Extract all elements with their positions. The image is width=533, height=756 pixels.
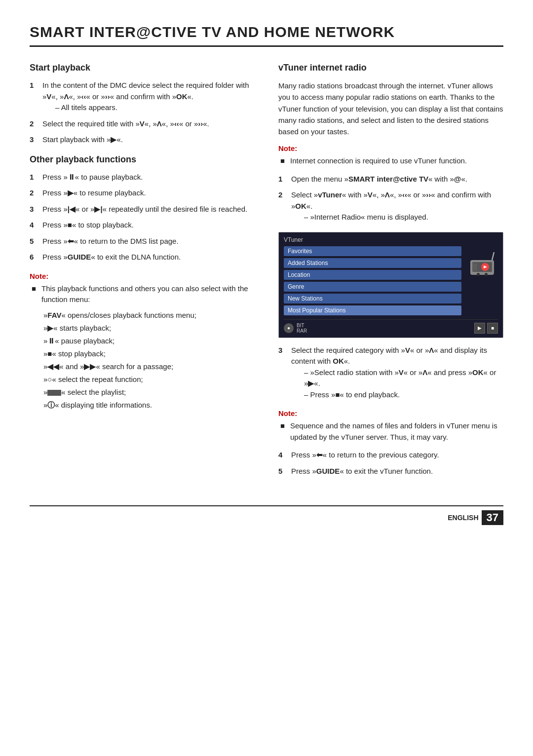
- note-title: Note:: [278, 409, 503, 417]
- bullet-list: »FAV« opens/closes playback functions me…: [43, 309, 255, 411]
- vtuner-steps2-list: 3 Select the required category with »V« …: [278, 345, 503, 401]
- vtuner-menu: Favorites Added Stations Location Genre …: [284, 246, 461, 315]
- step-number: 1: [278, 174, 286, 185]
- list-item: 1 In the content of the DMC device selec…: [30, 80, 255, 113]
- step-number: 1: [30, 80, 38, 91]
- list-item: 5 Press »⬅« to return to the DMS list pa…: [30, 236, 255, 247]
- note-section: Note: ■ This playback functions and othe…: [30, 272, 255, 411]
- list-item: 3 Start playback with »▶«.: [30, 134, 255, 146]
- note-text: This playback functions and others you c…: [41, 283, 255, 305]
- step-number: 3: [30, 134, 38, 146]
- svg-point-9: [485, 273, 488, 276]
- vtuner-radio-icon: [466, 250, 498, 278]
- vtuner-menu-item: Added Stations: [284, 258, 461, 268]
- page-title: SMART INTER@CTIVE TV AND HOME NETWORK: [30, 24, 503, 47]
- step-content: Start playback with »▶«.: [42, 134, 255, 146]
- note-item: ■ Sequence and the names of files and fo…: [280, 420, 503, 443]
- step-number: 2: [30, 188, 38, 199]
- vtuner-intro: Many radio stations broadcast through th…: [278, 80, 503, 137]
- vtuner-menu-item-selected: Most Popular Stations: [284, 305, 461, 315]
- step-number: 3: [278, 345, 286, 356]
- step-number: 4: [278, 450, 286, 461]
- page-footer: ENGLISH 37: [30, 505, 503, 525]
- list-item: 3 Select the required category with »V« …: [278, 345, 503, 401]
- step-content: In the content of the DMC device select …: [42, 80, 255, 113]
- note-title: Note:: [278, 144, 503, 152]
- step-number: 1: [30, 172, 38, 183]
- vtuner-screenshot: VTuner Favorites Added Stations Location…: [278, 232, 503, 338]
- vtuner-footer: ● BITRAR ▶ ■: [284, 319, 498, 334]
- note-bullet-icon: ■: [32, 283, 38, 305]
- step-content: Press »⏸« to pause playback.: [42, 172, 255, 183]
- step-number: 4: [30, 220, 38, 231]
- section-start-playback-title: Start playback: [30, 63, 255, 73]
- list-item: 3 Press »|◀« or »▶|« repeatedly until th…: [30, 204, 255, 215]
- list-item: »ⓘ« displaying title informations.: [43, 399, 255, 411]
- list-item: »⏸« pause playback;: [43, 335, 255, 347]
- note-item: ■ This playback functions and others you…: [32, 283, 255, 305]
- vtuner-menu-item: Location: [284, 270, 461, 280]
- step-content: Press »■« to stop playback.: [42, 220, 255, 231]
- page-number: 37: [482, 510, 503, 525]
- note-bullet-icon: ■: [280, 420, 287, 443]
- list-item: »■« stop playback;: [43, 348, 255, 360]
- section-other-playback-title: Other playback functions: [30, 154, 255, 165]
- footer-circle-icon: ●: [284, 323, 294, 333]
- step-content: Press »|◀« or »▶|« repeatedly until the …: [42, 204, 255, 215]
- list-item: 6 Press »GUIDE« to exit the DLNA functio…: [30, 252, 255, 263]
- page-language: ENGLISH: [448, 514, 478, 522]
- stop-btn: ■: [487, 323, 498, 334]
- note-text: Internet connection is required to use v…: [290, 155, 467, 167]
- step-number: 5: [30, 236, 38, 247]
- note-bullet-icon: ■: [280, 155, 287, 167]
- step-number: 2: [30, 118, 38, 130]
- start-playback-list: 1 In the content of the DMC device selec…: [30, 80, 255, 146]
- vtuner-menu-item: Genre: [284, 282, 461, 292]
- vtuner-note-section: Note: ■ Internet connection is required …: [278, 144, 503, 167]
- list-item: 1 Press »⏸« to pause playback.: [30, 172, 255, 183]
- list-item: 4 Press »■« to stop playback.: [30, 220, 255, 231]
- list-item: 1 Open the menu »SMART inter@ctive TV« w…: [278, 174, 503, 185]
- play-btn: ▶: [474, 323, 485, 334]
- step-content: Select »vTuner« with »V«, »Λ«, »‹‹« or »…: [291, 189, 503, 223]
- list-item: »◀◀« and »▶▶« search for a passage;: [43, 361, 255, 373]
- vtuner-footer-buttons: ▶ ■: [474, 323, 498, 334]
- list-item: »▶« starts playback;: [43, 322, 255, 334]
- step-number: 6: [30, 252, 38, 263]
- step-content: Select the required category with »V« or…: [291, 345, 503, 401]
- step-content: Open the menu »SMART inter@ctive TV« wit…: [291, 174, 503, 185]
- other-playback-list: 1 Press »⏸« to pause playback. 2 Press »…: [30, 172, 255, 263]
- list-item: »FAV« opens/closes playback functions me…: [43, 309, 255, 321]
- step-number: 2: [278, 189, 286, 201]
- list-item: 4 Press »⬅« to return to the previous ca…: [278, 450, 503, 461]
- svg-line-7: [492, 252, 494, 260]
- vtuner-steps3-list: 4 Press »⬅« to return to the previous ca…: [278, 450, 503, 477]
- list-item: »« select the playlist;: [43, 386, 255, 398]
- step-content: Press »GUIDE« to exit the vTuner functio…: [291, 466, 503, 477]
- vtuner-note2-section: Note: ■ Sequence and the names of files …: [278, 409, 503, 443]
- svg-point-8: [477, 273, 480, 276]
- footer-text: BITRAR: [297, 323, 307, 334]
- step-content: Press »⬅« to return to the DMS list page…: [42, 236, 255, 247]
- list-item: 2 Select the required title with »V«, »Λ…: [30, 118, 255, 130]
- step-number: 3: [30, 204, 38, 215]
- vtuner-menu-item: New Stations: [284, 294, 461, 303]
- step-content: Press »▶« to resume playback.: [42, 188, 255, 199]
- section-vtuner-title: vTuner internet radio: [278, 63, 503, 73]
- step-number: 5: [278, 466, 286, 477]
- step-content: Press »⬅« to return to the previous cate…: [291, 450, 503, 461]
- right-column: vTuner internet radio Many radio station…: [278, 63, 503, 486]
- vtuner-steps-list: 1 Open the menu »SMART inter@ctive TV« w…: [278, 174, 503, 223]
- note-text: Sequence and the names of files and fold…: [290, 420, 503, 443]
- list-item: 5 Press »GUIDE« to exit the vTuner funct…: [278, 466, 503, 477]
- note-title: Note:: [30, 272, 255, 280]
- step-content: Press »GUIDE« to exit the DLNA function.: [42, 252, 255, 263]
- vtuner-menu-item: Favorites: [284, 246, 461, 256]
- list-item: 2 Select »vTuner« with »V«, »Λ«, »‹‹« or…: [278, 189, 503, 223]
- note-item: ■ Internet connection is required to use…: [280, 155, 503, 167]
- list-item: 2 Press »▶« to resume playback.: [30, 188, 255, 199]
- vtuner-window-title: VTuner: [284, 236, 498, 243]
- left-column: Start playback 1 In the content of the D…: [30, 63, 255, 486]
- list-item: »○« select the repeat function;: [43, 374, 255, 385]
- step-content: Select the required title with »V«, »Λ«,…: [42, 118, 255, 130]
